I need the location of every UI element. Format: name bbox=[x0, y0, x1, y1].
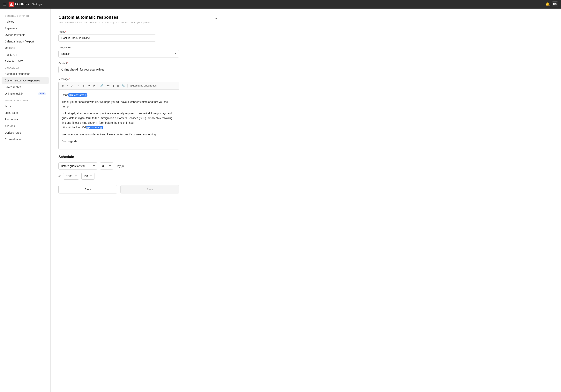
name-field-group: Name* bbox=[58, 30, 218, 42]
toolbar-separator-2 bbox=[97, 84, 98, 87]
ordered-list-button[interactable]: ≣ bbox=[81, 83, 86, 88]
sidebar-item-fees[interactable]: Fees bbox=[0, 103, 50, 109]
sidebar-item-external-rates[interactable]: External rates bbox=[0, 136, 50, 143]
sidebar-item-add-ons[interactable]: Add-ons bbox=[0, 123, 50, 129]
more-options-button[interactable]: … bbox=[212, 15, 218, 20]
schedule-ampm-select[interactable]: AM PM bbox=[81, 173, 95, 180]
subject-input[interactable] bbox=[58, 66, 179, 73]
at-label: at bbox=[58, 174, 61, 178]
message-line-2: Thank you for booking with us. We hope y… bbox=[62, 100, 176, 109]
sidebar-item-sales-tax[interactable]: Sales tax / VAT bbox=[0, 58, 50, 65]
general-settings-section-label: GENERAL SETTINGS bbox=[0, 12, 50, 18]
topbar: ☰ LODGIFY Settings 🔔 HC bbox=[0, 0, 561, 9]
message-body[interactable]: Dear {{GuestName}}, Thank you for bookin… bbox=[59, 90, 179, 149]
schedule-trigger-row: Before guest arrival After guest arrival… bbox=[58, 163, 218, 170]
sidebar-item-public-api[interactable]: Public API bbox=[0, 51, 50, 58]
rentals-settings-section-label: RENTALS SETTINGS bbox=[0, 97, 50, 103]
guest-name-placeholder: {{GuestName}} bbox=[68, 93, 87, 97]
align-button[interactable]: ⇄ bbox=[92, 83, 97, 88]
image-button[interactable]: ▮ bbox=[116, 83, 120, 88]
sidebar-item-payments[interactable]: Payments bbox=[0, 25, 50, 32]
booking-id-placeholder: {{BookingId}} bbox=[86, 126, 103, 129]
messaging-placeholder-button[interactable]: {{Messaging placeholder}} bbox=[129, 84, 159, 88]
message-line-1: Dear {{GuestName}}, bbox=[62, 93, 176, 98]
save-button[interactable]: Save bbox=[120, 185, 179, 194]
sidebar-item-mail-box[interactable]: Mail box bbox=[0, 45, 50, 51]
name-label: Name* bbox=[58, 30, 218, 33]
day-label: Day(s) bbox=[116, 164, 124, 168]
settings-label: Settings bbox=[32, 3, 42, 6]
toolbar-separator-3 bbox=[127, 84, 128, 87]
languages-field-group: Languages English Spanish French German … bbox=[58, 46, 218, 57]
sidebar-item-promotions[interactable]: Promotions bbox=[0, 116, 50, 123]
bold-button[interactable]: B bbox=[61, 83, 65, 88]
avatar[interactable]: HC bbox=[552, 1, 558, 7]
sidebar-item-saved-replies[interactable]: Saved replies bbox=[0, 84, 50, 90]
name-input[interactable] bbox=[58, 34, 156, 42]
underline-button[interactable]: U bbox=[69, 83, 74, 88]
page-title: Custom automatic responses bbox=[58, 15, 151, 20]
bullet-list-button[interactable]: ≡ bbox=[76, 83, 81, 88]
messaging-section-label: MESSAGING bbox=[0, 65, 50, 71]
message-label: Message* bbox=[58, 77, 218, 80]
sidebar-item-automatic-responses[interactable]: Automatic responses bbox=[0, 71, 50, 77]
bell-icon[interactable]: 🔔 bbox=[545, 2, 550, 6]
attach-button[interactable]: 📎 bbox=[120, 83, 126, 88]
schedule-time-select[interactable]: 07:00 08:00 09:00 10:00 bbox=[63, 173, 79, 180]
languages-select[interactable]: English Spanish French German Portuguese bbox=[58, 50, 179, 57]
sidebar: GENERAL SETTINGS Policies Payments Owner… bbox=[0, 9, 51, 392]
subject-field-group: Subject* bbox=[58, 62, 218, 73]
sidebar-item-derived-rates[interactable]: Derived rates bbox=[0, 129, 50, 136]
subject-label: Subject* bbox=[58, 62, 218, 65]
message-box: B I U ≡ ≣ ⇥ ⇄ 🔗 <> $ ▮ 📎 {{Messa bbox=[58, 82, 179, 149]
lodgify-logo-icon bbox=[9, 1, 14, 7]
sidebar-item-policies[interactable]: Policies bbox=[0, 18, 50, 25]
footer-buttons: Back Save bbox=[58, 185, 179, 194]
message-line-4: We hope you have a wonderful time. Pleas… bbox=[62, 132, 176, 137]
main-content: Custom automatic responses Personalize t… bbox=[51, 9, 226, 392]
toolbar-separator-1 bbox=[75, 84, 75, 87]
page-subtitle: Personalize the timing and content of th… bbox=[58, 21, 151, 24]
logo-text: LODGIFY bbox=[15, 2, 30, 6]
schedule-title: Schedule bbox=[58, 155, 218, 159]
message-field-group: Message* B I U ≡ ≣ ⇥ ⇄ 🔗 <> $ ▮ 📎 bbox=[58, 77, 218, 149]
message-line-5: Best regards bbox=[62, 139, 176, 144]
new-badge: New bbox=[38, 92, 46, 95]
back-button[interactable]: Back bbox=[58, 185, 117, 194]
sidebar-item-calendar-import[interactable]: Calendar import / export bbox=[0, 38, 50, 45]
sidebar-item-owner-payments[interactable]: Owner payments bbox=[0, 32, 50, 38]
logo: LODGIFY bbox=[9, 1, 30, 7]
schedule-time-row: at 07:00 08:00 09:00 10:00 AM PM bbox=[58, 173, 218, 180]
schedule-days-select[interactable]: 1 2 3 4 5 7 14 bbox=[100, 163, 113, 170]
hamburger-icon[interactable]: ☰ bbox=[3, 2, 6, 6]
italic-button[interactable]: I bbox=[65, 83, 69, 88]
schedule-trigger-select[interactable]: Before guest arrival After guest arrival… bbox=[58, 163, 97, 170]
message-line-3: In Portugal, all accommodation providers… bbox=[62, 111, 176, 130]
sidebar-item-local-taxes[interactable]: Local taxes bbox=[0, 109, 50, 116]
code-button[interactable]: <> bbox=[105, 83, 111, 88]
sidebar-item-online-check-in[interactable]: Online check-in New bbox=[0, 90, 50, 97]
languages-label: Languages bbox=[58, 46, 218, 49]
sidebar-item-custom-automatic-responses[interactable]: Custom automatic responses bbox=[1, 77, 49, 84]
indent-button[interactable]: ⇥ bbox=[86, 83, 91, 88]
link-button[interactable]: 🔗 bbox=[99, 83, 105, 88]
dollar-button[interactable]: $ bbox=[111, 83, 116, 88]
message-toolbar: B I U ≡ ≣ ⇥ ⇄ 🔗 <> $ ▮ 📎 {{Messa bbox=[59, 82, 179, 90]
